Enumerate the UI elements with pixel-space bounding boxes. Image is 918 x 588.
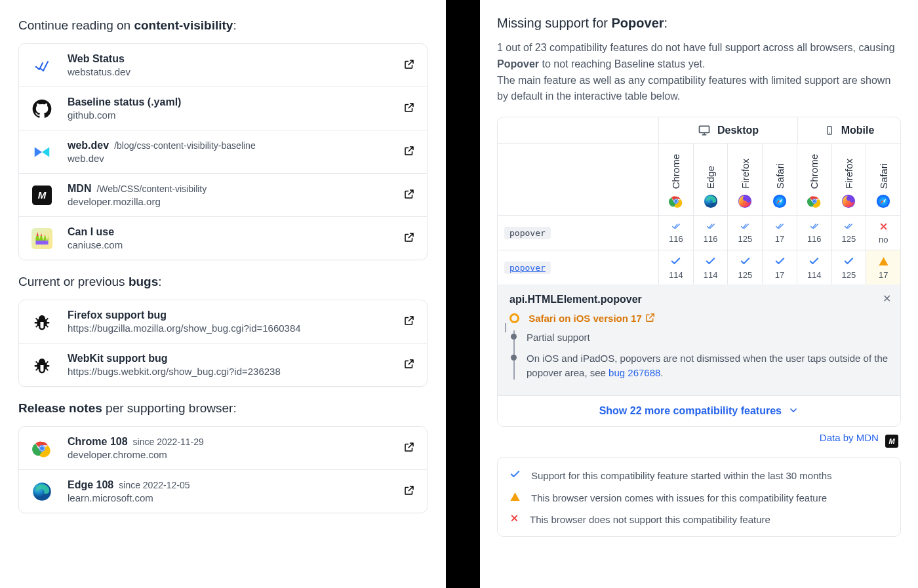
data-by-mdn[interactable]: Data by MDN M (497, 432, 898, 448)
compatibility-table: Desktop Mobile ChromeEdgeFirefoxSafariCh… (497, 117, 901, 427)
safari-icon (876, 194, 890, 208)
release-since: since 2022-12-05 (119, 480, 190, 490)
version-number: 125 (738, 234, 752, 244)
legend-row: This browser does not support this compa… (509, 509, 888, 530)
external-links-list: Web Statuswebstatus.devBaseline status (… (18, 43, 428, 260)
bugs-heading-prefix: Current or previous (18, 275, 129, 288)
compat-cell[interactable]: 125 (832, 250, 867, 284)
browser-column: Chrome (659, 144, 694, 216)
compat-cell[interactable]: 17 (866, 250, 900, 284)
version-number: 114 (704, 270, 718, 280)
compat-cells: 11611612517116125no (659, 216, 900, 250)
compat-cell[interactable]: 17 (763, 250, 797, 284)
heading-feature: content-visibility (134, 18, 233, 32)
browser-label: Safari (878, 161, 889, 189)
release-title: Chrome 108 (68, 436, 128, 447)
external-link-icon (403, 358, 415, 372)
detail-title: api.HTMLElement.popover (509, 294, 888, 305)
link-domain: web.dev (68, 153, 403, 164)
support-status-icon (669, 222, 683, 233)
right-panel: Missing support for Popover: 1 out of 23… (480, 0, 918, 588)
status-icon (31, 54, 53, 77)
support-status-icon (843, 256, 854, 269)
browser-column: Firefox (728, 144, 763, 216)
show-more-button[interactable]: Show 22 more compatibility features (498, 395, 900, 426)
version-number: 125 (842, 270, 856, 280)
link-title: Can I use (68, 226, 114, 237)
para1-b: to not reaching Baseline status yet. (539, 58, 705, 69)
compat-cell[interactable]: 116 (659, 216, 694, 250)
note-text-a: On iOS and iPadOS, popovers are not dism… (527, 353, 888, 378)
bug-url: https://bugzilla.mozilla.org/show_bug.cg… (68, 323, 403, 334)
legend-row: This browser version comes with issues f… (509, 486, 888, 509)
release-card[interactable]: Edge 108since 2022-12-05learn.microsoft.… (19, 469, 427, 513)
compat-cell[interactable]: 125 (832, 216, 867, 250)
caniuse-icon (31, 227, 53, 250)
bug-card[interactable]: WebKit support bughttps://bugs.webkit.or… (19, 343, 427, 386)
external-link-card[interactable]: Baseline status (.yaml)github.com (19, 87, 427, 130)
compat-legend: Support for this compatibility feature s… (497, 457, 901, 537)
github-icon (31, 98, 53, 120)
version-number: no (879, 235, 888, 245)
bug-card[interactable]: Firefox support bughttps://bugzilla.mozi… (19, 300, 427, 343)
compat-cell[interactable]: 116 (694, 216, 728, 250)
external-link-card[interactable]: Web Statuswebstatus.dev (19, 44, 427, 87)
compat-data-rows: popover11611612517116125nopopover1141141… (498, 216, 900, 284)
detail-timeline: Partial support On iOS and iPadOS, popov… (513, 330, 888, 380)
browser-column: Chrome (797, 144, 832, 216)
mobile-group-header: Mobile (798, 117, 900, 144)
compat-cell[interactable]: no (866, 216, 900, 250)
partial-support-item: Partial support (527, 330, 888, 345)
safari-ios-link[interactable]: Safari on iOS version 17 (529, 313, 656, 324)
version-number: 114 (669, 270, 683, 280)
compat-cell[interactable]: 114 (659, 250, 694, 284)
heading-suffix: : (233, 18, 236, 32)
close-icon[interactable]: ✕ (883, 292, 891, 305)
support-status-icon (842, 222, 855, 233)
external-link-card[interactable]: MMDN/Web/CSS/content-visibilitydeveloper… (19, 173, 427, 216)
compat-cell[interactable]: 125 (728, 250, 763, 284)
para1-a: 1 out of 23 compatibility features do no… (497, 42, 895, 53)
external-link-card[interactable]: web.dev/blog/css-content-visibility-base… (19, 130, 427, 173)
support-status-icon (808, 256, 820, 269)
desktop-group-header: Desktop (659, 117, 798, 144)
compat-cell[interactable]: 125 (728, 216, 763, 250)
support-status-icon (774, 256, 786, 269)
chrome-icon (669, 194, 683, 208)
r-heading-prefix: Missing support for (497, 16, 612, 30)
compat-cell[interactable]: 114 (694, 250, 728, 284)
support-status-icon (705, 256, 716, 269)
mdn-icon: M (31, 184, 53, 206)
browser-column: Safari (763, 144, 797, 216)
compat-cell[interactable]: 114 (797, 250, 832, 284)
feature-pill: popover (504, 262, 551, 274)
note-text-b: . (660, 367, 663, 378)
webdev-icon (31, 141, 53, 163)
feature-name-cell[interactable]: popover (498, 250, 659, 284)
ring-icon (509, 313, 519, 323)
support-status-icon (740, 256, 751, 269)
panel-divider (446, 0, 480, 588)
browser-label: Firefox (843, 156, 854, 189)
support-status-icon (808, 222, 821, 233)
missing-support-paragraph: 1 out of 23 compatibility features do no… (497, 40, 901, 105)
browser-label: Safari (774, 161, 786, 189)
compat-cell[interactable]: 17 (763, 216, 797, 250)
support-status-icon (879, 222, 888, 234)
legend-text: This browser version comes with issues f… (531, 492, 827, 503)
link-domain: developer.mozilla.org (68, 196, 403, 207)
compat-cells: 1141141251711412517 (659, 250, 900, 284)
version-number: 125 (842, 234, 856, 244)
feature-name-cell[interactable]: popover (498, 216, 659, 250)
compat-cell[interactable]: 116 (797, 216, 832, 250)
bug-title: WebKit support bug (68, 353, 168, 364)
bug-link[interactable]: bug 267688 (609, 367, 660, 378)
support-status-icon (670, 256, 681, 269)
link-path: /blog/css-content-visibility-baseline (114, 140, 256, 151)
external-link-card[interactable]: Can I usecaniuse.com (19, 216, 427, 260)
edge-icon (704, 194, 718, 208)
mobile-icon (824, 124, 835, 137)
desktop-icon (698, 124, 711, 137)
external-link-icon (645, 312, 656, 323)
release-card[interactable]: Chrome 108since 2022-11-29developer.chro… (19, 427, 427, 469)
